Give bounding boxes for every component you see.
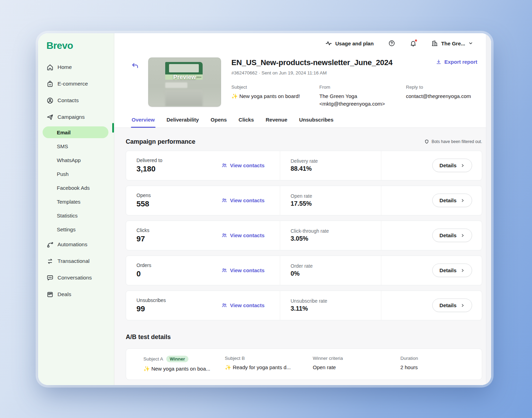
rate-value: 0%	[291, 270, 381, 277]
usage-and-plan-button[interactable]: Usage and plan	[325, 40, 374, 47]
subject-block: Subject ✨ New yoga pants on board!	[231, 85, 319, 108]
account-name: The Gre...	[441, 41, 465, 46]
account-menu[interactable]: The Gre...	[431, 40, 473, 47]
sidebar-scrollbar-thumb[interactable]	[112, 123, 114, 133]
people-icon	[221, 267, 227, 273]
tab-unsubscribes[interactable]: Unsubscribes	[299, 114, 334, 127]
main-content: Usage and plan The Gre...	[114, 33, 491, 385]
metric-value: 558	[136, 199, 221, 208]
campaign-header: Jun 2024 Preview EN_US_New-products-news…	[114, 53, 491, 108]
export-report-button[interactable]: Export report	[436, 59, 477, 65]
subject-b-block: Subject B ✨ Ready for yoga pants d...	[225, 356, 313, 372]
email-preview-thumbnail[interactable]: Jun 2024 Preview	[148, 57, 221, 107]
sidebar-item-settings[interactable]: Settings	[38, 222, 114, 236]
sidebar-item-sms[interactable]: SMS	[38, 139, 114, 153]
tab-overview[interactable]: Overview	[131, 114, 156, 127]
preview-header-band	[165, 62, 203, 74]
home-icon	[46, 64, 54, 71]
subject-b-value: ✨ Ready for yoga pants d...	[225, 364, 313, 371]
bots-filtered-note: Bots have been filtered out.	[424, 139, 482, 144]
view-contacts-label: View contacts	[230, 232, 265, 238]
help-button[interactable]	[388, 40, 395, 47]
sidebar-item-label: Facebook Ads	[57, 185, 90, 191]
usage-and-plan-label: Usage and plan	[335, 41, 374, 46]
tab-opens[interactable]: Opens	[210, 114, 228, 127]
details-label: Details	[440, 267, 456, 273]
sidebar-item-ecommerce[interactable]: E-commerce	[38, 75, 114, 92]
details-button[interactable]: Details	[432, 229, 472, 242]
sidebar-item-email[interactable]: Email	[43, 126, 108, 138]
back-button[interactable]	[131, 62, 139, 70]
preview-blur-block	[165, 90, 203, 106]
notification-dot	[415, 39, 417, 42]
sidebar-item-label: Transactional	[57, 258, 89, 264]
winner-badge: Winner	[166, 356, 188, 362]
metric-row-clicks: Clicks 97 View contacts Click-through ra…	[126, 221, 482, 250]
campaign-meta: #362470662 · Sent on Jun 19, 2024 11:16 …	[231, 70, 477, 75]
from-email: <mktg@thegreenyoga.com>	[319, 100, 406, 108]
view-contacts-link[interactable]: View contacts	[221, 232, 265, 238]
subject-b-label: Subject B	[225, 356, 245, 361]
view-contacts-link[interactable]: View contacts	[221, 267, 265, 273]
details-label: Details	[440, 302, 456, 308]
replyto-block: Reply to contact@thegreenyoga.com	[406, 85, 477, 108]
sidebar-item-statistics[interactable]: Statistics	[38, 208, 114, 222]
view-contacts-link[interactable]: View contacts	[221, 162, 265, 168]
tab-deliverability[interactable]: Deliverability	[166, 114, 200, 127]
ab-test-card: Subject A Winner ✨ New yoga pants on boa…	[126, 348, 482, 380]
sidebar-item-contacts[interactable]: Contacts	[38, 92, 114, 109]
sidebar-item-campaigns[interactable]: Campaigns	[38, 109, 114, 125]
sidebar-item-label: Campaigns	[57, 114, 85, 120]
metric-row-orders: Orders 0 View contacts Order rate 0%	[126, 256, 482, 285]
winner-criteria-label: Winner criteria	[313, 356, 343, 361]
chevron-right-icon	[461, 268, 465, 273]
view-contacts-link[interactable]: View contacts	[221, 197, 265, 203]
notifications-button[interactable]	[410, 40, 417, 47]
sidebar-item-automations[interactable]: Automations	[38, 236, 114, 253]
shopping-bag-icon	[46, 80, 54, 88]
sidebar-item-templates[interactable]: Templates	[38, 195, 114, 208]
sidebar-item-deals[interactable]: Deals	[38, 286, 114, 303]
rate-label: Click-through rate	[291, 228, 381, 234]
duration-block: Duration 2 hours	[400, 356, 482, 372]
chevron-right-icon	[461, 198, 465, 203]
chat-bubble-icon	[46, 274, 54, 282]
brevo-logo: Brevo	[46, 40, 114, 51]
details-button[interactable]: Details	[432, 159, 472, 172]
view-contacts-label: View contacts	[230, 302, 265, 308]
sidebar-item-whatsapp[interactable]: WhatsApp	[38, 153, 114, 167]
campaign-meta-grid: Subject ✨ New yoga pants on board! From …	[231, 85, 477, 108]
sidebar-item-label: SMS	[57, 143, 68, 149]
chevron-right-icon	[461, 303, 465, 308]
paper-plane-icon	[46, 114, 54, 121]
winner-criteria-value: Open rate	[313, 364, 400, 370]
sidebar-item-facebook-ads[interactable]: Facebook Ads	[38, 181, 114, 195]
details-button[interactable]: Details	[432, 264, 472, 277]
from-name: The Green Yoga	[319, 92, 406, 100]
metric-label: Orders	[136, 263, 221, 268]
sidebar-item-transactional[interactable]: Transactional	[38, 253, 114, 269]
people-icon	[221, 197, 227, 203]
tab-revenue[interactable]: Revenue	[265, 114, 288, 127]
sidebar-item-push[interactable]: Push	[38, 167, 114, 181]
subject-label: Subject	[231, 85, 319, 90]
sidebar-item-conversations[interactable]: Conversations	[38, 269, 114, 286]
sidebar-item-label: Home	[57, 64, 72, 70]
topbar: Usage and plan The Gre...	[114, 33, 491, 53]
sidebar-item-label: Conversations	[57, 275, 92, 281]
details-button[interactable]: Details	[432, 194, 472, 207]
rate-label: Order rate	[291, 263, 381, 269]
details-button[interactable]: Details	[432, 299, 472, 312]
subject-value: ✨ New yoga pants on board!	[231, 92, 319, 100]
metric-value: 97	[136, 234, 221, 243]
subject-a-label: Subject A	[143, 356, 163, 362]
chevron-right-icon	[461, 233, 465, 238]
metric-value: 99	[136, 304, 221, 313]
view-contacts-link[interactable]: View contacts	[221, 302, 265, 308]
preview-button[interactable]: Preview	[149, 74, 221, 81]
sidebar-item-home[interactable]: Home	[38, 59, 114, 75]
rate-label: Open rate	[291, 193, 381, 199]
metric-value: 3,180	[136, 164, 221, 174]
tab-clicks[interactable]: Clicks	[238, 114, 255, 127]
sidebar-item-label: Statistics	[57, 213, 78, 219]
